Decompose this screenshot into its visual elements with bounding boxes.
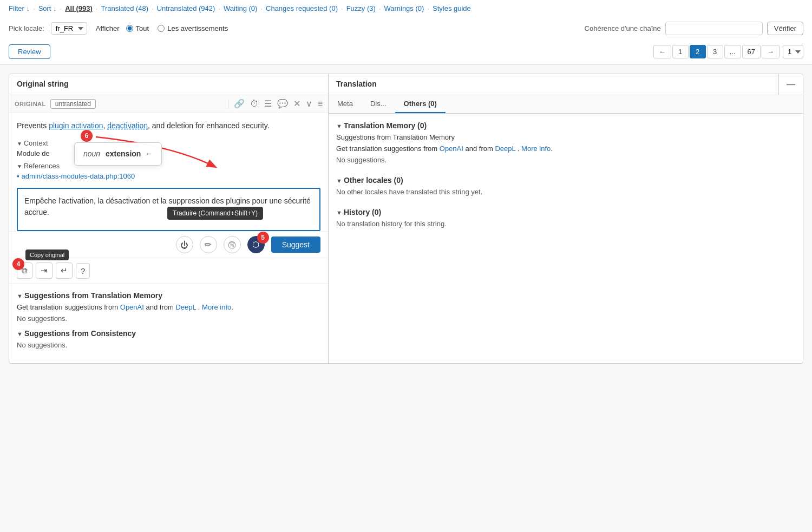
separator: · — [152, 4, 154, 12]
close-icon[interactable]: ✕ — [293, 98, 300, 109]
chat-icon[interactable]: 💬 — [277, 98, 288, 109]
word-tooltip: noun extension ← — [74, 142, 162, 166]
newline-button[interactable]: ↵ — [56, 262, 73, 279]
review-button[interactable]: Review — [9, 44, 50, 59]
translation-actions: Traduire (Command+Shift+Y) ⏻ ✏ ㊢ ⬡ 5 Sug… — [9, 231, 328, 258]
page-3-button[interactable]: 3 — [707, 45, 723, 58]
memory-suggestion-text: Suggestions from Translation Memory — [336, 133, 795, 141]
radio-group: Tout Les avertissements — [126, 24, 228, 32]
spacer — [336, 170, 795, 176]
separator: · — [341, 4, 343, 12]
link-icon[interactable]: 🔗 — [234, 98, 245, 109]
toolbar-separator — [228, 99, 228, 109]
deactivation-link[interactable]: deactivation — [107, 121, 148, 130]
more-info-link[interactable]: More info — [521, 145, 551, 153]
main-content: Original string Translation — ORIGINAL u… — [0, 65, 812, 372]
changes-requested-filter[interactable]: Changes requested (0) — [266, 4, 338, 12]
filter-link[interactable]: Filter ↓ — [9, 4, 30, 12]
openai-link-bottom[interactable]: OpenAI — [120, 303, 144, 311]
original-toolbar: ORIGINAL untranslated 🔗 ⏱ ☰ 💬 ✕ ∨ ≡ — [9, 95, 328, 113]
afficher-row: Afficher Tout Les avertissements — [96, 21, 576, 36]
copy-original-wrapper: ⧉ 4 — [17, 262, 32, 279]
afficher-label: Afficher — [96, 24, 120, 32]
plugin-activation-link[interactable]: plugin activation — [49, 121, 103, 130]
power-icon-button[interactable]: ⏻ — [176, 236, 193, 253]
toolbar-icons: 🔗 ⏱ ☰ 💬 ✕ ∨ ≡ — [228, 98, 323, 109]
context-value: Module de — [17, 149, 320, 157]
fuzzy-filter[interactable]: Fuzzy (3) — [346, 4, 376, 12]
badge-4: 4 — [12, 258, 24, 270]
more-info-link-bottom[interactable]: More info — [202, 303, 231, 311]
no-suggestions-consistency: No suggestions. — [17, 341, 320, 349]
original-text-part3: , and deletion for enhanced security. — [148, 121, 270, 130]
clock-icon[interactable]: ⏱ — [250, 99, 259, 109]
styles-guide-link[interactable]: Styles guide — [433, 4, 471, 12]
tab-others[interactable]: Others (0) — [395, 95, 446, 113]
help-button[interactable]: ? — [76, 263, 90, 279]
suggestions-bottom: Suggestions from Translation Memory Get … — [9, 283, 328, 363]
translation-table: Original string Translation — ORIGINAL u… — [9, 74, 803, 364]
translation-input[interactable]: Empêche l'activation, la désactivation e… — [17, 188, 320, 231]
badge-6: 6 — [81, 130, 93, 142]
translate-icon-button[interactable]: ㊢ — [224, 236, 241, 253]
coherence-section: Cohérence d'une chaîne Vérifier — [585, 22, 803, 35]
all-filter[interactable]: All (993) — [65, 4, 93, 12]
separator: · — [379, 4, 381, 12]
sort-link[interactable]: Sort ↓ — [38, 4, 57, 12]
separator: · — [427, 4, 429, 12]
top-bar: Filter ↓ · Sort ↓ · All (993) · Translat… — [0, 0, 812, 65]
tab-dis[interactable]: Dis... — [362, 95, 395, 113]
openai-link[interactable]: OpenAI — [440, 145, 463, 153]
per-page-select[interactable]: 1 — [783, 45, 803, 58]
suggest-button[interactable]: Suggest — [271, 237, 320, 253]
noun-word: extension — [106, 149, 141, 158]
menu-icon[interactable]: ≡ — [318, 99, 323, 109]
pagination: ← 1 2 3 ... 67 → 1 — [653, 45, 803, 58]
reference-link[interactable]: admin/class-modules-data.php:1060 — [17, 172, 320, 180]
original-string-header: Original string — [9, 74, 329, 95]
untranslated-filter[interactable]: Untranslated (942) — [157, 4, 215, 12]
collapse-button[interactable]: — — [779, 74, 803, 95]
references-title: References — [17, 162, 320, 170]
deepl-link[interactable]: DeepL — [495, 145, 515, 153]
radio-tout[interactable]: Tout — [126, 24, 149, 32]
radio-warnings[interactable]: Les avertissements — [158, 24, 228, 32]
suggestions-consistency-title: Suggestions from Consistency — [17, 329, 320, 338]
chevron-down-icon[interactable]: ∨ — [306, 98, 312, 109]
page-next-button[interactable]: → — [762, 45, 780, 58]
other-locales-text: No other locales have translated this st… — [336, 188, 795, 196]
arrow-symbol: ← — [145, 149, 153, 158]
translation-header: Translation — [329, 74, 779, 95]
translated-filter[interactable]: Translated (48) — [101, 4, 148, 12]
spacer2 — [336, 202, 795, 208]
page-prev-button[interactable]: ← — [653, 45, 671, 58]
separator: · — [260, 4, 263, 12]
memory-suggestion-links: Get translation suggestions from OpenAI … — [336, 145, 795, 153]
separator: · — [218, 4, 220, 12]
page-1-button[interactable]: 1 — [672, 45, 689, 58]
context-title: Context — [17, 139, 320, 147]
radio-tout-label: Tout — [136, 24, 149, 32]
edit-icon-button[interactable]: ✏ — [200, 236, 217, 253]
list-icon[interactable]: ☰ — [264, 98, 272, 109]
locale-select[interactable]: fr_FR — [51, 22, 87, 35]
table-header: Original string Translation — — [9, 74, 803, 95]
page-67-button[interactable]: 67 — [742, 45, 761, 58]
deepl-link-bottom[interactable]: DeepL — [175, 303, 196, 311]
waiting-filter[interactable]: Waiting (0) — [224, 4, 257, 12]
coherence-input[interactable] — [665, 22, 763, 35]
tab-meta[interactable]: Meta — [329, 95, 362, 113]
original-label: ORIGINAL — [15, 101, 46, 107]
history-header: History (0) — [336, 208, 795, 216]
controls-row: Review ← 1 2 3 ... 67 → 1 — [9, 40, 803, 64]
filter-row: Filter ↓ · Sort ↓ · All (993) · Translat… — [9, 4, 803, 17]
separator: · — [33, 4, 35, 12]
no-suggestions-memory: No suggestions. — [17, 314, 320, 323]
page-2-button[interactable]: 2 — [690, 45, 706, 58]
warnings-filter[interactable]: Warnings (0) — [384, 4, 424, 12]
ai-translate-wrapper: ⬡ 5 — [247, 236, 265, 253]
translation-tabs: Meta Dis... Others (0) — [329, 95, 803, 114]
translation-content: Translation Memory (0) Suggestions from … — [329, 114, 803, 242]
format-button[interactable]: ⇥ — [36, 262, 53, 279]
verifier-button[interactable]: Vérifier — [767, 22, 803, 35]
